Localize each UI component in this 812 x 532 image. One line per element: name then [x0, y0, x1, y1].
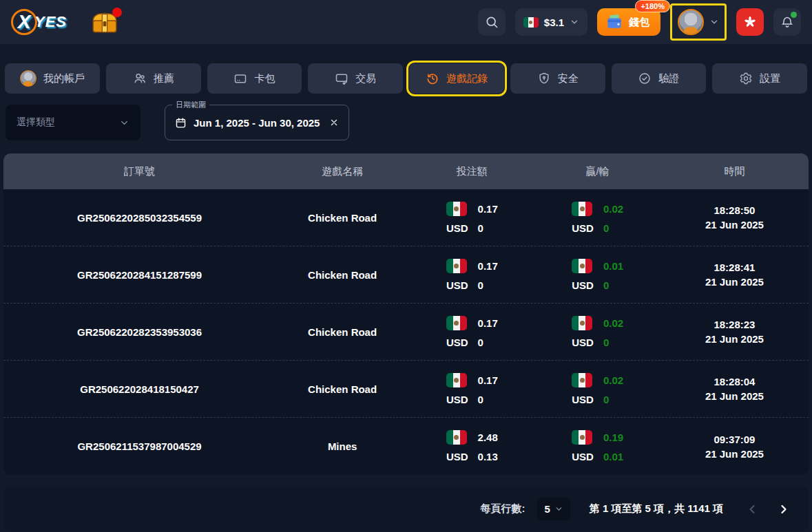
- next-page-button[interactable]: [774, 500, 793, 519]
- chevron-right-icon: [777, 502, 791, 516]
- rows-per-page-label: 每頁行數:: [480, 502, 525, 515]
- calendar-icon: [175, 117, 187, 129]
- chevron-down-icon: [570, 17, 579, 27]
- filter-bar: 選擇類型 日期範圍 Jun 1, 2025 - Jun 30, 2025: [6, 105, 806, 140]
- tab-cards[interactable]: 卡包: [207, 63, 302, 94]
- col-header-order: 訂單號: [3, 165, 275, 178]
- bet-amount: 0.17 USD 0: [446, 316, 498, 348]
- bet-usd-value: 0: [478, 279, 483, 291]
- table-row: GR2506211537987004529 Mines 2.48 USD 0.1…: [3, 418, 809, 475]
- mexico-flag-icon: [446, 316, 467, 330]
- tab-referral[interactable]: 推薦: [106, 63, 201, 94]
- win-loss-amount: 0.01 USD 0: [572, 259, 623, 291]
- tab-transactions[interactable]: 交易: [308, 63, 403, 94]
- col-header-bet: 投注額: [409, 165, 534, 178]
- close-icon: [329, 118, 339, 127]
- date-range-label: 日期範圍: [172, 100, 209, 110]
- mexico-flag-icon: [572, 373, 592, 387]
- table-row: GR2506220282353953036 Chicken Road 0.17 …: [3, 304, 809, 361]
- currency-selector[interactable]: $3.1: [515, 8, 587, 36]
- date-value: 21 Jun 2025: [705, 275, 764, 289]
- usd-label: USD: [446, 394, 468, 405]
- chest-notification-dot: [112, 8, 122, 17]
- col-header-game: 遊戲名稱: [275, 165, 409, 178]
- bet-amount: 0.17 USD 0: [446, 202, 498, 234]
- time-value: 18:28:23: [705, 317, 764, 332]
- previous-page-button[interactable]: [742, 500, 762, 519]
- card-icon: [233, 72, 247, 85]
- tab-security[interactable]: 安全: [510, 63, 605, 94]
- mexico-flag-icon: [446, 259, 467, 273]
- bet-usd-value: 0: [478, 222, 483, 234]
- record-time: 18:28:41 21 Jun 2025: [705, 260, 764, 289]
- history-clock-icon: [426, 72, 439, 85]
- time-value: 09:37:09: [705, 432, 764, 447]
- card-transfer-icon: [335, 72, 348, 85]
- win-loss-amount: 0.02 USD 0: [572, 373, 623, 405]
- search-icon: [485, 15, 499, 29]
- win-usd-value: 0: [603, 337, 609, 348]
- game-name: Chicken Road: [308, 269, 377, 281]
- game-records-table: 訂單號 遊戲名稱 投注額 贏/輸 時間 GR250622028503235455…: [3, 153, 809, 475]
- date-value: 21 Jun 2025: [705, 217, 764, 232]
- users-icon: [133, 72, 147, 85]
- user-avatar: [678, 9, 704, 35]
- avatar-icon: [20, 70, 37, 87]
- mexico-flag-icon: [446, 430, 467, 445]
- win-loss-amount: 0.02 USD 0: [572, 202, 623, 234]
- order-number: GR2506220285032354559: [77, 212, 202, 224]
- mexico-flag-icon: [572, 316, 592, 330]
- rows-per-page-value: 5: [544, 503, 550, 515]
- win-value: 0.02: [603, 374, 623, 386]
- type-select[interactable]: 選擇類型: [6, 105, 140, 140]
- tab-my-account[interactable]: 我的帳戶: [5, 63, 100, 94]
- date-range-value: Jun 1, 2025 - Jun 30, 2025: [194, 117, 320, 129]
- mexico-flag-icon: [446, 202, 467, 216]
- win-value: 0.01: [603, 260, 623, 272]
- usd-label: USD: [572, 451, 594, 462]
- table-row: GR2506220285032354559 Chicken Road 0.17 …: [3, 189, 809, 246]
- search-button[interactable]: [478, 8, 506, 36]
- xyes-logo[interactable]: X YES: [11, 9, 67, 35]
- bet-value: 0.17: [478, 374, 498, 386]
- win-usd-value: 0.01: [603, 451, 623, 462]
- bet-value: 0.17: [478, 203, 498, 215]
- time-value: 18:28:41: [705, 260, 764, 275]
- bet-amount: 2.48 USD 0.13: [446, 430, 498, 462]
- date-value: 21 Jun 2025: [705, 332, 764, 346]
- table-header-row: 訂單號 遊戲名稱 投注額 贏/輸 時間: [3, 153, 809, 189]
- account-menu-button[interactable]: [670, 3, 727, 41]
- time-value: 18:28:50: [705, 203, 764, 217]
- treasure-chest-button[interactable]: [90, 9, 119, 35]
- language-flag-button[interactable]: [736, 8, 764, 36]
- table-row: GR2506220284151287599 Chicken Road 0.17 …: [3, 246, 809, 304]
- order-number: GR250622028418150427: [80, 383, 199, 395]
- date-clear-button[interactable]: [329, 118, 339, 127]
- wallet-button[interactable]: $ $ +180% 錢包: [597, 8, 660, 36]
- notifications-button[interactable]: [773, 8, 801, 36]
- order-number: GR2506220284151287599: [77, 269, 202, 281]
- bet-amount: 0.17 USD 0: [446, 259, 498, 291]
- tab-settings[interactable]: 設置: [712, 63, 807, 94]
- type-select-placeholder: 選擇類型: [17, 116, 55, 129]
- game-name: Chicken Road: [308, 383, 377, 395]
- balance-amount: $3.1: [544, 17, 564, 28]
- win-usd-value: 0: [603, 394, 609, 405]
- usd-label: USD: [446, 337, 468, 348]
- logo-x-circle: X: [11, 9, 37, 35]
- tab-verification[interactable]: 驗證: [612, 63, 707, 94]
- usd-label: USD: [572, 337, 594, 348]
- record-time: 09:37:09 21 Jun 2025: [705, 432, 764, 461]
- usd-label: USD: [446, 451, 468, 462]
- chevron-down-icon: [709, 17, 719, 27]
- chevron-left-icon: [745, 502, 759, 516]
- win-loss-amount: 0.19 USD 0.01: [572, 430, 623, 462]
- game-name: Chicken Road: [308, 212, 377, 224]
- tab-game-records[interactable]: 遊戲記錄: [409, 63, 504, 94]
- bet-value: 0.17: [478, 317, 498, 329]
- date-range-input[interactable]: 日期範圍 Jun 1, 2025 - Jun 30, 2025: [165, 105, 349, 140]
- bet-value: 2.48: [478, 432, 498, 443]
- usd-label: USD: [572, 222, 594, 234]
- rows-per-page-select[interactable]: 5: [537, 498, 570, 520]
- wallet-icon: [605, 14, 623, 30]
